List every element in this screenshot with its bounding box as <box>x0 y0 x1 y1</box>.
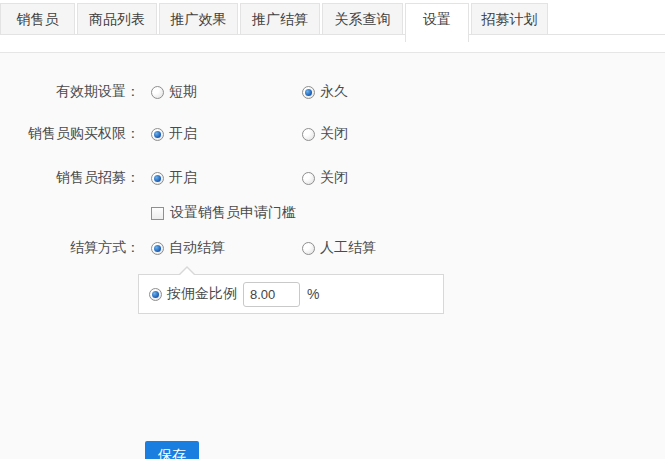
percent-unit-label: % <box>307 286 319 302</box>
tab-bar: 销售员 商品列表 推广效果 推广结算 关系查询 设置 招募计划 <box>0 0 665 52</box>
commission-radio-label: 按佣金比例 <box>167 285 237 303</box>
option-label: 关闭 <box>320 169 348 187</box>
threshold-row: 设置销售员申请门槛 <box>0 203 665 223</box>
radio-icon[interactable] <box>302 242 315 255</box>
radio-icon[interactable] <box>302 86 315 99</box>
commission-box: 按佣金比例 % <box>138 274 444 314</box>
purchase-option-on[interactable]: 开启 <box>151 125 291 143</box>
radio-icon[interactable] <box>151 242 164 255</box>
settings-panel: 有效期设置： 短期 永久 销售员购买权限： 开启 关闭 销售员招募： 开启 关闭 <box>0 52 665 459</box>
option-label: 人工结算 <box>320 239 376 257</box>
validity-option-permanent[interactable]: 永久 <box>302 83 442 101</box>
settlement-label: 结算方式： <box>0 239 140 257</box>
radio-icon[interactable] <box>302 128 315 141</box>
commission-rate-input[interactable] <box>243 282 300 307</box>
settlement-row: 结算方式： 自动结算 人工结算 <box>0 238 665 258</box>
recruit-row: 销售员招募： 开启 关闭 <box>0 168 665 188</box>
option-label: 自动结算 <box>169 239 225 257</box>
tab-strip: 销售员 商品列表 推广效果 推广结算 关系查询 设置 招募计划 <box>0 0 665 42</box>
tab-salesperson[interactable]: 销售员 <box>0 3 75 35</box>
radio-icon[interactable] <box>151 86 164 99</box>
checkbox-icon[interactable] <box>151 207 164 220</box>
threshold-checkbox-option[interactable]: 设置销售员申请门槛 <box>151 204 296 222</box>
settlement-option-manual[interactable]: 人工结算 <box>302 239 442 257</box>
tab-product-list[interactable]: 商品列表 <box>77 3 157 35</box>
option-label: 短期 <box>169 83 197 101</box>
save-button[interactable]: 保存 <box>145 441 199 459</box>
recruit-option-on[interactable]: 开启 <box>151 169 291 187</box>
recruit-option-off[interactable]: 关闭 <box>302 169 442 187</box>
tab-settings[interactable]: 设置 <box>405 3 469 42</box>
option-label: 开启 <box>169 125 197 143</box>
tab-relation-query[interactable]: 关系查询 <box>322 3 403 35</box>
tab-promotion-settlement[interactable]: 推广结算 <box>240 3 320 35</box>
radio-icon[interactable] <box>151 128 164 141</box>
option-label: 关闭 <box>320 125 348 143</box>
validity-label: 有效期设置： <box>0 83 140 101</box>
radio-icon[interactable] <box>151 172 164 185</box>
radio-icon[interactable] <box>149 288 162 301</box>
option-label: 开启 <box>169 169 197 187</box>
purchase-permission-label: 销售员购买权限： <box>0 125 140 143</box>
validity-option-short-term[interactable]: 短期 <box>151 83 291 101</box>
validity-row: 有效期设置： 短期 永久 <box>0 82 665 102</box>
purchase-permission-row: 销售员购买权限： 开启 关闭 <box>0 124 665 144</box>
threshold-label: 设置销售员申请门槛 <box>170 204 296 222</box>
radio-icon[interactable] <box>302 172 315 185</box>
option-label: 永久 <box>320 83 348 101</box>
settlement-option-auto[interactable]: 自动结算 <box>151 239 291 257</box>
recruit-label: 销售员招募： <box>0 169 140 187</box>
purchase-option-off[interactable]: 关闭 <box>302 125 442 143</box>
tab-recruitment-plan[interactable]: 招募计划 <box>471 3 548 35</box>
caret-up-icon <box>178 266 196 275</box>
tab-promotion-effect[interactable]: 推广效果 <box>159 3 238 35</box>
